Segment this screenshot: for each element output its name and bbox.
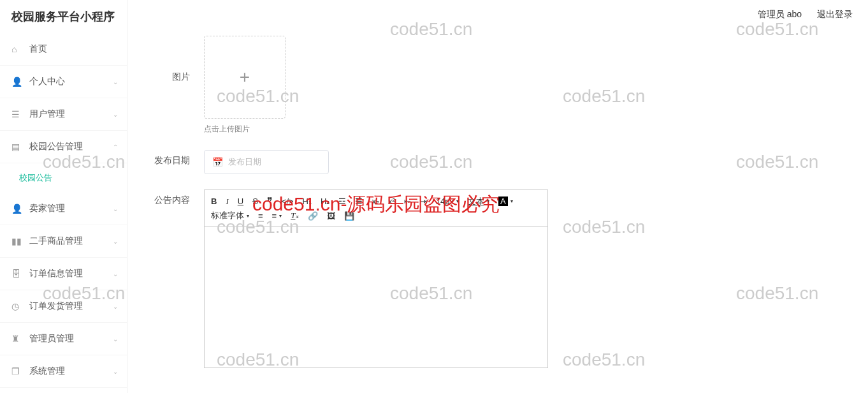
outdent-button[interactable]: ⇤ <box>404 196 411 206</box>
chevron-down-icon: ⌄ <box>113 111 118 118</box>
app-title: 校园服务平台小程序 <box>0 0 127 33</box>
sidebar-item-label: 个人中心 <box>29 76 65 87</box>
line-height-button[interactable]: ≡ <box>258 211 263 221</box>
sidebar-item-home[interactable]: ⌂ 首页 <box>0 33 127 66</box>
italic-button[interactable]: I <box>226 196 228 207</box>
sidebar-item-profile[interactable]: 👤 个人中心 ⌄ <box>0 66 127 98</box>
date-label: 发布日期 <box>147 150 190 167</box>
sidebar-menu: ⌂ 首页 👤 个人中心 ⌄ ☰ 用户管理 ⌄ ▤ 校园公告管理 ⌃ 校园公告 <box>0 33 127 388</box>
align-select[interactable]: ≡▾ <box>272 211 282 221</box>
h1-button[interactable]: H₁ <box>303 196 312 206</box>
chevron-down-icon: ⌄ <box>113 238 118 245</box>
editor-content[interactable] <box>205 227 547 367</box>
unordered-list-button[interactable]: ☰ <box>355 196 363 206</box>
font-size-select[interactable]: 14px▾ <box>436 196 459 206</box>
document-icon: ▤ <box>11 142 22 152</box>
clock-icon: ◷ <box>11 301 22 311</box>
admin-label[interactable]: 管理员 abo <box>758 9 802 20</box>
insert-image-button[interactable]: 🖼 <box>327 211 335 221</box>
copy-icon: ❐ <box>11 366 22 376</box>
superscript-button[interactable]: x² <box>388 196 395 206</box>
date-input[interactable]: 📅 发布日期 <box>204 150 329 174</box>
quote-button[interactable]: ❞ <box>267 195 273 207</box>
user-icon: 👤 <box>11 204 22 214</box>
sidebar-subitem-announcement[interactable]: 校园公告 <box>0 163 127 193</box>
main-content: 管理员 abo 退出登录 图片 + 点击上传图片 发布日期 📅 发布日期 <box>127 0 868 393</box>
sidebar-item-label: 二手商品管理 <box>29 235 83 247</box>
chevron-down-icon: ⌄ <box>113 205 118 212</box>
upload-hint: 点击上传图片 <box>204 124 849 135</box>
admin-icon: ♜ <box>11 334 22 344</box>
sidebar-item-label: 管理员管理 <box>29 333 74 345</box>
h2-button[interactable]: H₂ <box>321 196 329 206</box>
sidebar: 校园服务平台小程序 ⌂ 首页 👤 个人中心 ⌄ ☰ 用户管理 ⌄ ▤ 校园公告管… <box>0 0 127 393</box>
rich-editor: B I U S ❞ </> H₁ H₂ ☲ ☰ x₂ x² ⇤ <box>204 189 548 368</box>
clear-format-button[interactable]: Tₓ <box>291 211 299 221</box>
sidebar-item-shipping[interactable]: ◷ 订单发货管理 ⌄ <box>0 290 127 323</box>
chevron-down-icon: ⌄ <box>113 303 118 310</box>
sidebar-item-users[interactable]: ☰ 用户管理 ⌄ <box>0 98 127 131</box>
underline-button[interactable]: U <box>238 196 243 206</box>
chevron-down-icon: ⌄ <box>113 336 118 343</box>
indent-button[interactable]: ⇥ <box>420 196 427 206</box>
editor-toolbar: B I U S ❞ </> H₁ H₂ ☲ ☰ x₂ x² ⇤ <box>205 190 547 227</box>
subscript-button[interactable]: x₂ <box>372 196 379 206</box>
ordered-list-button[interactable]: ☲ <box>338 196 346 206</box>
list-icon: ☰ <box>11 109 22 119</box>
sidebar-item-label: 首页 <box>29 43 47 55</box>
image-label: 图片 <box>147 36 190 83</box>
date-placeholder: 发布日期 <box>228 156 261 168</box>
font-color-select[interactable]: 文本▾ <box>468 196 489 207</box>
save-button[interactable]: 💾 <box>344 211 354 221</box>
content-label: 公告内容 <box>147 189 190 206</box>
bold-button[interactable]: B <box>211 196 217 206</box>
calendar-icon: 📅 <box>212 157 223 167</box>
sidebar-item-label: 用户管理 <box>29 108 65 120</box>
sidebar-item-seller[interactable]: 👤 卖家管理 ⌄ <box>0 193 127 225</box>
image-upload[interactable]: + <box>204 36 286 119</box>
sidebar-item-label: 订单信息管理 <box>29 268 83 279</box>
user-icon: 👤 <box>11 77 22 87</box>
chevron-down-icon: ⌄ <box>113 78 118 85</box>
sidebar-subitem-label: 校园公告 <box>19 173 52 182</box>
logout-link[interactable]: 退出登录 <box>817 9 853 20</box>
sidebar-item-system[interactable]: ❐ 系统管理 ⌄ <box>0 355 127 388</box>
sidebar-item-label: 校园公告管理 <box>29 141 83 152</box>
topbar: 管理员 abo 退出登录 <box>127 0 868 29</box>
sidebar-item-admin[interactable]: ♜ 管理员管理 ⌄ <box>0 323 127 355</box>
plus-icon: + <box>240 67 250 87</box>
chevron-down-icon: ⌄ <box>113 368 118 375</box>
bar-icon: ▮▮ <box>11 236 22 246</box>
home-icon: ⌂ <box>11 44 22 54</box>
briefcase-icon: 🗄 <box>11 269 22 279</box>
sidebar-item-label: 订单发货管理 <box>29 300 83 312</box>
sidebar-item-announcement[interactable]: ▤ 校园公告管理 ⌃ <box>0 131 127 163</box>
strike-button[interactable]: S <box>252 196 258 206</box>
sidebar-item-label: 卖家管理 <box>29 203 65 214</box>
chevron-up-icon: ⌃ <box>113 144 118 151</box>
sidebar-item-orders[interactable]: 🗄 订单信息管理 ⌄ <box>0 258 127 290</box>
link-button[interactable]: 🔗 <box>308 211 318 221</box>
font-family-select[interactable]: 标准字体▾ <box>211 210 249 221</box>
sidebar-item-goods[interactable]: ▮▮ 二手商品管理 ⌄ <box>0 225 127 258</box>
chevron-down-icon: ⌄ <box>113 271 118 278</box>
code-button[interactable]: </> <box>282 196 294 206</box>
text-bg-select[interactable]: A▾ <box>498 196 513 206</box>
sidebar-item-label: 系统管理 <box>29 366 65 377</box>
